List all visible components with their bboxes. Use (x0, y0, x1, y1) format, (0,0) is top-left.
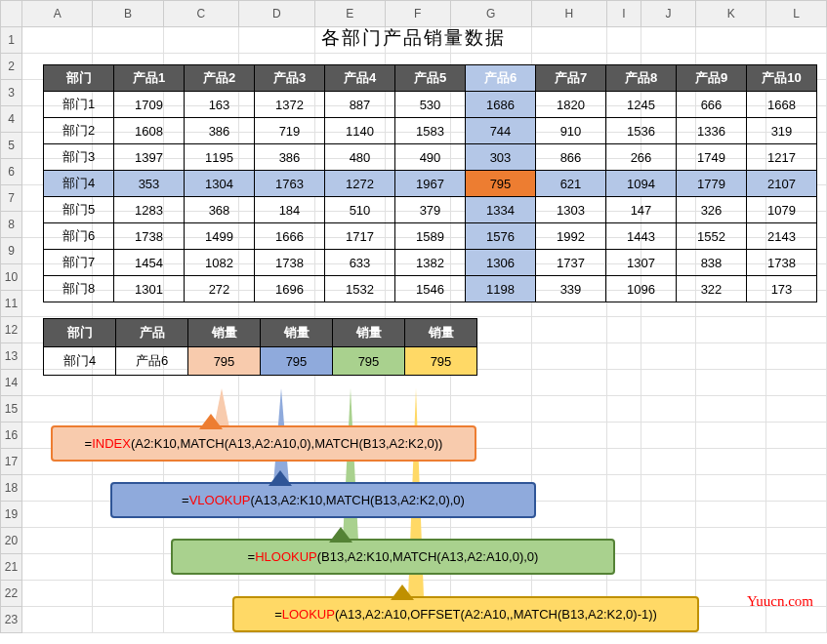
table-header: 产品10 (747, 65, 817, 92)
table-cell: 1499 (185, 223, 255, 250)
cell[interactable] (531, 423, 607, 449)
table-header: 部门 (44, 65, 114, 92)
row-header-22[interactable]: 22 (1, 581, 22, 607)
cell[interactable] (696, 502, 766, 528)
formula-callout-index: =INDEX(A2:K10,MATCH(A13,A2:A10,0),MATCH(… (51, 425, 476, 462)
row-header-18[interactable]: 18 (1, 475, 22, 502)
cell[interactable] (22, 396, 93, 423)
cell[interactable] (163, 581, 239, 607)
table-cell: 490 (395, 144, 466, 171)
table-cell: 1245 (606, 92, 677, 118)
table-cell: 1763 (255, 171, 325, 197)
table-header: 产品7 (536, 65, 606, 92)
cell[interactable] (607, 502, 641, 528)
cell[interactable] (766, 475, 827, 502)
table-cell: 386 (255, 144, 325, 171)
cell[interactable] (641, 502, 695, 528)
table-cell: 1552 (677, 223, 747, 250)
cell[interactable] (696, 607, 766, 633)
cell[interactable] (766, 554, 827, 581)
cell[interactable] (696, 528, 766, 554)
cell[interactable] (22, 581, 93, 607)
cell[interactable] (163, 607, 239, 633)
cell[interactable] (696, 554, 766, 581)
cell[interactable] (641, 423, 695, 449)
table-cell: 1382 (395, 250, 466, 276)
page-title: 各部门产品销量数据 (0, 25, 827, 51)
table-cell: 部门4 (44, 171, 114, 197)
table-cell: 1217 (747, 144, 817, 171)
cell[interactable] (766, 396, 827, 423)
cell[interactable] (766, 423, 827, 449)
lookup-header: 销量 (261, 319, 333, 347)
table-header: 产品9 (677, 65, 747, 92)
cell[interactable] (641, 528, 695, 554)
table-cell: 1589 (395, 223, 466, 250)
table-cell: 1454 (114, 250, 185, 276)
table-cell: 部门7 (44, 250, 114, 276)
table-cell: 744 (466, 118, 536, 144)
table-cell: 795 (466, 171, 536, 197)
table-cell: 147 (606, 197, 677, 223)
cell[interactable] (696, 423, 766, 449)
cell[interactable] (22, 554, 93, 581)
table-cell: 1372 (255, 92, 325, 118)
table-cell: 1583 (395, 118, 466, 144)
table-cell: 530 (395, 92, 466, 118)
row-header-19[interactable]: 19 (1, 502, 22, 528)
cell[interactable] (93, 607, 163, 633)
cell[interactable] (641, 554, 695, 581)
cell[interactable] (22, 475, 93, 502)
cell[interactable] (22, 502, 93, 528)
row-header-23[interactable]: 23 (1, 607, 22, 633)
table-cell: 1992 (536, 223, 606, 250)
cell[interactable] (531, 502, 607, 528)
table-cell: 666 (677, 92, 747, 118)
cell[interactable] (531, 449, 607, 475)
table-cell: 1686 (466, 92, 536, 118)
cell[interactable] (531, 396, 607, 423)
row-header-16[interactable]: 16 (1, 423, 22, 449)
table-cell: 368 (185, 197, 255, 223)
cell[interactable] (450, 396, 531, 423)
cell[interactable] (641, 449, 695, 475)
table-cell: 838 (677, 250, 747, 276)
table-cell: 1304 (185, 171, 255, 197)
table-cell: 1536 (606, 118, 677, 144)
table-cell: 386 (185, 118, 255, 144)
table-cell: 303 (466, 144, 536, 171)
table-header: 产品5 (395, 65, 466, 92)
cell[interactable] (607, 423, 641, 449)
cell[interactable] (641, 396, 695, 423)
cell[interactable] (696, 396, 766, 423)
cell[interactable] (531, 475, 607, 502)
lookup-header: 销量 (405, 319, 477, 347)
table-cell: 1717 (325, 223, 395, 250)
cell[interactable] (696, 449, 766, 475)
cell[interactable] (93, 581, 163, 607)
table-cell: 353 (114, 171, 185, 197)
cell[interactable] (22, 528, 93, 554)
cell[interactable] (93, 396, 163, 423)
row-header-21[interactable]: 21 (1, 554, 22, 581)
cell[interactable] (607, 396, 641, 423)
table-cell: 163 (185, 92, 255, 118)
cell[interactable] (641, 475, 695, 502)
table-cell: 部门1 (44, 92, 114, 118)
cell[interactable] (93, 528, 163, 554)
cell[interactable] (766, 449, 827, 475)
table-cell: 1696 (255, 276, 325, 302)
row-header-17[interactable]: 17 (1, 449, 22, 475)
cell[interactable] (22, 607, 93, 633)
row-header-15[interactable]: 15 (1, 396, 22, 423)
row-header-20[interactable]: 20 (1, 528, 22, 554)
cell[interactable] (607, 475, 641, 502)
cell[interactable] (93, 554, 163, 581)
cell[interactable] (766, 528, 827, 554)
cell[interactable] (696, 475, 766, 502)
lookup-cell: 部门4 (44, 347, 116, 376)
cell[interactable] (607, 449, 641, 475)
cell[interactable] (766, 607, 827, 633)
table-cell: 1094 (606, 171, 677, 197)
cell[interactable] (766, 502, 827, 528)
